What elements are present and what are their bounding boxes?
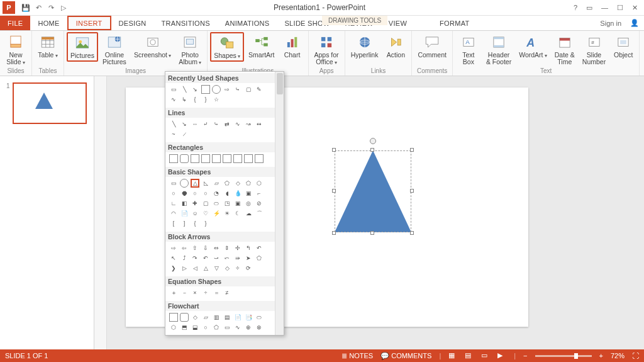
view-sorter-icon[interactable]: ▤ xyxy=(465,351,474,360)
slide-thumbnails-pane[interactable]: 1 xyxy=(0,76,94,349)
selected-shape-triangle[interactable] xyxy=(335,150,411,232)
shape-pentagon[interactable]: ⬠ xyxy=(244,179,253,188)
shape-bevel[interactable]: ▣ xyxy=(233,199,242,208)
shape-fc-direct[interactable]: ⬬ xyxy=(255,333,264,335)
tab-insert[interactable]: INSERT xyxy=(67,16,111,30)
shape-curve-arrow[interactable]: ↝ xyxy=(244,120,253,128)
shape-snip1[interactable] xyxy=(191,154,199,163)
shape-right-brace[interactable]: } xyxy=(201,95,210,104)
view-normal-icon[interactable]: ▦ xyxy=(448,351,457,360)
shape-fc-manual-input[interactable]: ⬒ xyxy=(180,323,189,332)
shape-curve-double[interactable]: ↭ xyxy=(255,120,264,128)
shape-fc-sort[interactable]: ◈ xyxy=(180,333,189,335)
hyperlink-button[interactable]: Hyperlink xyxy=(348,32,382,60)
shape-round1[interactable] xyxy=(233,154,242,163)
shape-elbow-arrow[interactable]: ⤷ xyxy=(212,120,221,128)
shape-arrow-callout-l[interactable]: ◁ xyxy=(191,264,199,273)
shape-not-equal[interactable]: ≠ xyxy=(223,288,231,297)
shape-fc-extract[interactable]: △ xyxy=(191,333,199,335)
zoom-in-button[interactable]: + xyxy=(599,352,603,359)
zoom-percent[interactable]: 72% xyxy=(611,352,625,359)
undo-icon[interactable]: ↶ xyxy=(34,3,43,12)
shape-fc-stored[interactable]: ◗ xyxy=(212,333,221,335)
shape-arrow-bent[interactable]: ↰ xyxy=(244,244,253,252)
shape-isoceles-triangle[interactable]: △ xyxy=(191,179,199,188)
shape-fc-multidoc[interactable]: 📑 xyxy=(244,313,253,322)
shape-donut[interactable]: ◎ xyxy=(244,199,253,208)
rotation-handle[interactable] xyxy=(370,138,376,144)
shape-right-triangle[interactable]: ◺ xyxy=(201,179,210,188)
shape-diag-stripe[interactable]: ◧ xyxy=(180,199,189,208)
shape-lshape[interactable]: ∟ xyxy=(169,199,178,208)
textbox-button[interactable]: AText Box xyxy=(455,32,482,67)
view-slideshow-icon[interactable]: ▶ xyxy=(497,351,506,360)
shape-arrow-left[interactable]: ⇦ xyxy=(180,244,189,252)
shape-divide[interactable]: ÷ xyxy=(201,288,210,297)
resize-handle-nw[interactable] xyxy=(332,148,336,152)
shape-arrow-lr[interactable]: ⇔ xyxy=(212,244,221,252)
shape-textbox[interactable]: ▭ xyxy=(169,85,178,94)
shape-block-arc[interactable]: ◠ xyxy=(169,209,178,218)
shape-fc-card[interactable]: ▭ xyxy=(223,323,231,332)
slideshow-start-icon[interactable]: ▷ xyxy=(59,3,68,12)
shape-fc-prep[interactable]: ⬡ xyxy=(169,323,178,332)
minimize-icon[interactable]: — xyxy=(601,4,608,12)
shape-curve[interactable]: ∿ xyxy=(169,95,178,104)
shape-arrow-circular[interactable]: ⟳ xyxy=(244,264,253,273)
shape-left-brace[interactable]: { xyxy=(191,95,199,104)
shape-oval[interactable] xyxy=(212,85,221,94)
zoom-out-button[interactable]: − xyxy=(523,352,527,359)
online-pictures-button[interactable]: Online Pictures xyxy=(99,32,130,67)
tab-transitions[interactable]: TRANSITIONS xyxy=(154,16,218,30)
shape-arrow-pentagon[interactable]: ⬠ xyxy=(255,254,264,263)
shape-freeform[interactable]: ✎ xyxy=(255,85,264,94)
shape-arrow-down[interactable]: ⇩ xyxy=(201,244,210,252)
shape-moon[interactable]: ☾ xyxy=(233,209,242,218)
tab-design[interactable]: DESIGN xyxy=(111,16,154,30)
shape-fc-sum[interactable]: ⊕ xyxy=(244,323,253,332)
chart-button[interactable]: Chart xyxy=(279,32,306,60)
shape-double-arrow[interactable]: ↔ xyxy=(191,120,199,128)
datetime-button[interactable]: Date & Time xyxy=(552,32,578,67)
shape-fc-internal[interactable]: ▤ xyxy=(223,313,231,322)
shape-fc-term[interactable]: ⬭ xyxy=(255,313,264,322)
resize-handle-ne[interactable] xyxy=(410,148,414,152)
shape-round-rect[interactable] xyxy=(180,154,189,163)
shape-scribble[interactable]: ~ xyxy=(169,130,178,139)
header-footer-button[interactable]: Header & Footer xyxy=(483,32,514,67)
shape-line[interactable]: ╲ xyxy=(169,120,178,128)
shape-multiply[interactable]: × xyxy=(191,288,199,297)
shape-fc-delay[interactable]: ◖ xyxy=(223,333,231,335)
shapes-gallery-dropdown[interactable]: Recently Used Shapes ▭ ╲ ↘ ⇨ ⤷ ▢ ✎ ∿ ↳ {… xyxy=(165,71,284,336)
shape-fc-manual-op[interactable]: ⬓ xyxy=(191,323,199,332)
shape-arrow-chevron[interactable]: ❯ xyxy=(169,264,178,273)
shape-arrow-right[interactable]: ⇨ xyxy=(169,244,178,252)
help-icon[interactable]: ? xyxy=(574,4,577,12)
shape-arrow-ud[interactable]: ⇕ xyxy=(223,244,231,252)
shape-heptagon[interactable]: ○ xyxy=(169,189,178,198)
shape-brace-l[interactable]: { xyxy=(191,219,199,228)
shape-minus[interactable]: － xyxy=(180,288,189,297)
shape-snip2same[interactable] xyxy=(201,154,210,163)
wordart-button[interactable]: AWordArt xyxy=(516,32,550,60)
fit-to-window-icon[interactable]: ⛶ xyxy=(632,352,639,359)
shape-can[interactable]: ⬭ xyxy=(212,199,221,208)
signin-link[interactable]: Sign in xyxy=(600,20,621,27)
shape-trapezoid[interactable]: ⬠ xyxy=(223,179,231,188)
photo-album-button[interactable]: Photo Album xyxy=(175,32,204,67)
tab-home[interactable]: HOME xyxy=(30,16,67,30)
resize-handle-e[interactable] xyxy=(410,189,414,193)
shape-equal[interactable]: ＝ xyxy=(212,288,221,297)
resize-handle-sw[interactable] xyxy=(332,231,336,235)
shape-arrow-callout-r[interactable]: ▷ xyxy=(180,264,189,273)
shape-teardrop[interactable]: 💧 xyxy=(233,189,242,198)
shape-elbow[interactable]: ⤶ xyxy=(201,120,210,128)
shape-freeform-line[interactable]: ⟋ xyxy=(180,130,189,139)
shape-arrow-callout-lr[interactable]: ◇ xyxy=(223,264,231,273)
redo-icon[interactable]: ↷ xyxy=(47,3,55,12)
shape-rectangle[interactable] xyxy=(201,85,210,94)
shape-bracket-l[interactable]: [ xyxy=(169,219,178,228)
shape-fc-alt[interactable] xyxy=(180,313,189,322)
apps-button[interactable]: Apps for Office xyxy=(311,32,342,67)
shapes-button[interactable]: Shapes xyxy=(210,32,244,62)
